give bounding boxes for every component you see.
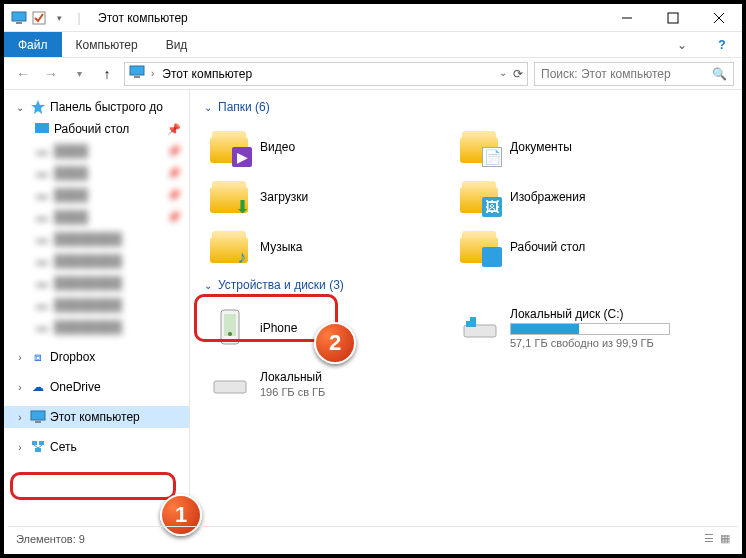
svg-rect-8 [134, 76, 140, 78]
group-folders-title: Папки [218, 100, 252, 114]
ribbon-file-tab[interactable]: Файл [4, 32, 62, 57]
pc-icon [30, 409, 46, 425]
nav-this-pc[interactable]: › Этот компьютер [4, 406, 189, 428]
chevron-down-icon[interactable]: ⌄ [204, 280, 212, 291]
address-history-icon[interactable]: ⌄ [497, 67, 509, 81]
status-elements-label: Элементов: [16, 533, 76, 545]
view-tiles-icon[interactable]: ▦ [720, 532, 730, 545]
star-icon [30, 99, 46, 115]
breadcrumb-caret-icon[interactable]: › [149, 68, 156, 79]
device-disk-c-label: Локальный диск (C:) [510, 307, 670, 321]
svg-marker-9 [31, 100, 45, 114]
svg-rect-0 [12, 12, 26, 21]
device-disk-d-sub: 196 ГБ св ГБ [260, 386, 325, 398]
nav-up-button[interactable]: ↑ [96, 63, 118, 85]
network-icon [30, 439, 46, 455]
svg-point-20 [228, 332, 232, 336]
annotation-highlight-1 [10, 472, 176, 500]
folder-pictures[interactable]: 🖼 Изображения [454, 172, 704, 222]
svg-rect-11 [31, 411, 45, 420]
chevron-right-icon[interactable]: › [14, 412, 26, 423]
search-input[interactable]: Поиск: Этот компьютер 🔍 [534, 62, 734, 86]
dropbox-icon: ⧈ [30, 349, 46, 365]
device-disk-c[interactable]: Локальный диск (C:) 57,1 ГБ свободно из … [454, 300, 704, 356]
device-disk-c-sub: 57,1 ГБ свободно из 99,9 ГБ [510, 337, 670, 349]
nav-pinned-blur[interactable]: ▬████████ [4, 316, 189, 338]
pin-icon: 📌 [167, 123, 181, 136]
nav-pinned-blur[interactable]: ▬████████ [4, 272, 189, 294]
chevron-right-icon[interactable]: › [14, 382, 26, 393]
search-placeholder: Поиск: Этот компьютер [541, 67, 671, 81]
nav-pinned-blur[interactable]: ▬████📌 [4, 140, 189, 162]
chevron-right-icon[interactable]: › [14, 352, 26, 363]
group-devices-title: Устройства и диски [218, 278, 326, 292]
svg-rect-24 [214, 381, 246, 393]
ribbon-view-tab[interactable]: Вид [152, 32, 202, 57]
nav-forward-button[interactable]: → [40, 63, 62, 85]
desktop-overlay-icon [482, 247, 502, 267]
nav-pinned-blur[interactable]: ▬████████ [4, 250, 189, 272]
nav-quick-access[interactable]: ⌄ Панель быстрого до [4, 96, 189, 118]
svg-rect-10 [35, 123, 49, 133]
nav-pinned-blur[interactable]: ▬████████ [4, 294, 189, 316]
folder-desktop[interactable]: Рабочий стол [454, 222, 704, 272]
nav-network[interactable]: › Сеть [4, 436, 189, 458]
nav-pinned-blur[interactable]: ▬████████ [4, 228, 189, 250]
folder-documents-label: Документы [510, 140, 572, 154]
chevron-right-icon[interactable]: › [14, 442, 26, 453]
video-icon: ▶ [232, 147, 252, 167]
nav-quick-access-label: Панель быстрого до [50, 100, 163, 114]
nav-desktop-label: Рабочий стол [54, 122, 129, 136]
nav-dropbox-label: Dropbox [50, 350, 95, 364]
folder-downloads[interactable]: ⬇ Загрузки [204, 172, 454, 222]
picture-icon: 🖼 [482, 197, 502, 217]
address-bar[interactable]: › Этот компьютер ⌄ ⟳ [124, 62, 528, 86]
nav-back-button[interactable]: ← [12, 63, 34, 85]
device-disk-d[interactable]: Локальный 196 ГБ св ГБ [204, 356, 454, 412]
folder-pictures-label: Изображения [510, 190, 585, 204]
ribbon-computer-tab[interactable]: Компьютер [62, 32, 152, 57]
view-details-icon[interactable]: ☰ [704, 532, 714, 545]
qat-checkbox-icon[interactable] [30, 9, 48, 27]
group-folders-count: 6 [259, 100, 266, 114]
nav-onedrive-label: OneDrive [50, 380, 101, 394]
group-folders-header[interactable]: ⌄ Папки (6) [204, 100, 732, 114]
nav-desktop[interactable]: Рабочий стол 📌 [4, 118, 189, 140]
svg-rect-12 [35, 421, 41, 423]
ribbon-expand-icon[interactable]: ⌄ [662, 32, 702, 57]
nav-onedrive[interactable]: › ☁ OneDrive [4, 376, 189, 398]
address-pc-icon [129, 65, 145, 82]
status-elements-count: 9 [79, 533, 85, 545]
nav-pinned-blur[interactable]: ▬████📌 [4, 206, 189, 228]
disk-usage-bar [510, 323, 670, 335]
nav-recent-dropdown[interactable]: ▾ [68, 63, 90, 85]
system-icon [10, 9, 28, 27]
desktop-icon [34, 121, 50, 137]
disk-icon [210, 364, 250, 404]
nav-pinned-blur[interactable]: ▬████📌 [4, 184, 189, 206]
search-icon[interactable]: 🔍 [712, 67, 727, 81]
close-button[interactable] [696, 4, 742, 32]
maximize-button[interactable] [650, 4, 696, 32]
folder-video[interactable]: ▶ Видео [204, 122, 454, 172]
svg-line-16 [34, 445, 38, 448]
folder-video-label: Видео [260, 140, 295, 154]
download-icon: ⬇ [232, 197, 252, 217]
ribbon-help-icon[interactable]: ? [702, 32, 742, 57]
qat-dropdown-icon[interactable]: ▾ [50, 9, 68, 27]
folder-music[interactable]: ♪ Музыка [204, 222, 454, 272]
onedrive-icon: ☁ [30, 379, 46, 395]
nav-dropbox[interactable]: › ⧈ Dropbox [4, 346, 189, 368]
chevron-down-icon[interactable]: ⌄ [14, 102, 26, 113]
breadcrumb-root[interactable]: Этот компьютер [160, 67, 254, 81]
nav-pinned-blur[interactable]: ▬████📌 [4, 162, 189, 184]
folder-desktop-label: Рабочий стол [510, 240, 585, 254]
refresh-icon[interactable]: ⟳ [513, 67, 523, 81]
device-iphone[interactable]: iPhone [204, 300, 454, 356]
minimize-button[interactable] [604, 4, 650, 32]
folder-downloads-label: Загрузки [260, 190, 308, 204]
folder-music-label: Музыка [260, 240, 302, 254]
chevron-down-icon[interactable]: ⌄ [204, 102, 212, 113]
folder-documents[interactable]: 📄 Документы [454, 122, 704, 172]
group-devices-header[interactable]: ⌄ Устройства и диски (3) [204, 278, 732, 292]
